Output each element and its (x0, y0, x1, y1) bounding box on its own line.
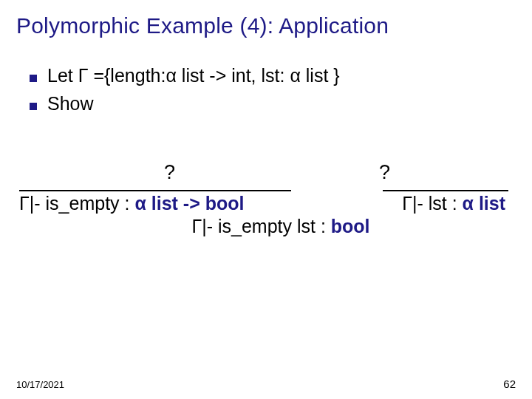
premise-left-prefix: Γ|- is_empty : (19, 193, 134, 214)
bullet-square-icon (30, 75, 37, 82)
rule-line-right (383, 190, 508, 191)
slide-title: Polymorphic Example (4): Application (16, 13, 516, 38)
bullet-text: Show (47, 92, 94, 117)
bullet-square-icon (30, 103, 37, 110)
conclusion-type: bool (331, 216, 370, 236)
bullet-item: Let Γ ={length:α list -> int, lst: α lis… (30, 64, 516, 89)
bullet-item: Show (30, 92, 516, 117)
premise-right-prefix: Γ|- lst : (402, 193, 462, 214)
premises-row: Γ|- is_empty : α list -> bool Γ|- lst : … (16, 193, 516, 214)
rule-line-left (19, 190, 291, 191)
premise-right: Γ|- lst : α list (402, 193, 505, 214)
conclusion: Γ|- is_empty lst : bool (16, 216, 516, 237)
footer-date: 10/17/2021 (16, 379, 64, 390)
premise-right-type: α list (463, 193, 505, 214)
inference-rules-lines (16, 190, 516, 191)
conclusion-prefix: Γ|- is_empty lst : (191, 216, 330, 236)
footer: 10/17/2021 62 (16, 378, 516, 390)
question-marks-row: ? ? (16, 161, 516, 184)
bullet-list: Let Γ ={length:α list -> int, lst: α lis… (30, 64, 516, 117)
question-mark-left: ? (164, 161, 175, 184)
premise-left-type: α list -> bool (134, 193, 244, 214)
page-number: 62 (503, 378, 516, 390)
slide: Polymorphic Example (4): Application Let… (0, 0, 532, 399)
question-mark-right: ? (379, 161, 390, 184)
premise-left: Γ|- is_empty : α list -> bool (19, 193, 244, 214)
bullet-text: Let Γ ={length:α list -> int, lst: α lis… (47, 64, 340, 89)
